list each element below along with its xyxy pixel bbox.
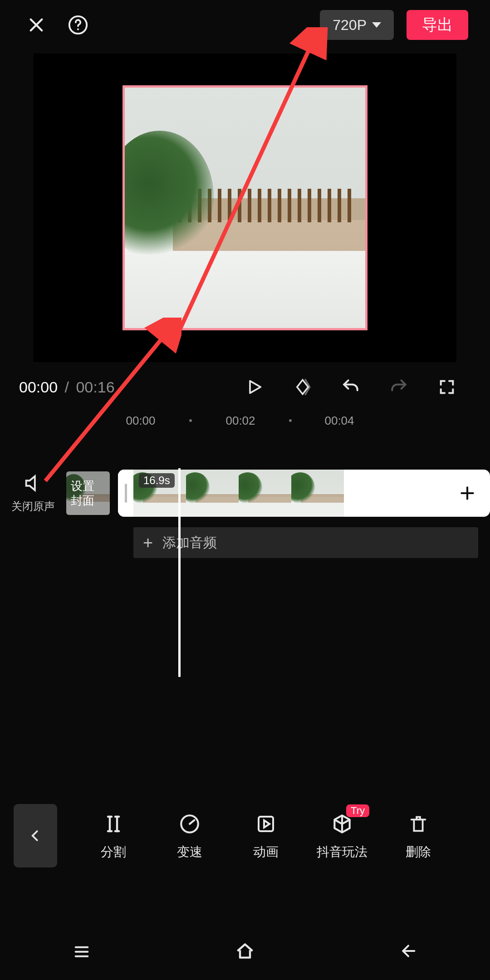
- tool-label: 删除: [380, 843, 456, 861]
- cover-label: 封面: [71, 493, 110, 508]
- annotation-arrow: [36, 318, 181, 490]
- resolution-label: 720P: [333, 17, 367, 34]
- plus-icon: +: [133, 533, 162, 553]
- tool-speed[interactable]: 变速: [152, 811, 228, 861]
- playhead[interactable]: [178, 468, 181, 677]
- speed-icon: [152, 811, 228, 837]
- add-clip-button[interactable]: [451, 477, 484, 510]
- play-button[interactable]: [237, 369, 272, 405]
- undo-button[interactable]: [333, 369, 368, 405]
- ruler-mark: 00:04: [324, 414, 354, 428]
- trash-icon: [380, 811, 456, 837]
- svg-marker-11: [264, 820, 270, 828]
- annotation-arrow: [150, 27, 331, 345]
- export-label: 导出: [422, 15, 453, 35]
- tool-split[interactable]: 分割: [75, 811, 152, 861]
- timeline[interactable]: 关闭原声 设置 封面 16.9s + 添加音频: [0, 468, 490, 677]
- tool-animation[interactable]: 动画: [228, 811, 304, 861]
- close-button[interactable]: [22, 10, 51, 39]
- svg-line-8: [45, 331, 168, 481]
- tool-douyin-effects[interactable]: Try 抖音玩法: [304, 811, 380, 861]
- toolbar-back-button[interactable]: [14, 804, 57, 867]
- ruler-mark: 00:02: [225, 414, 255, 428]
- edit-toolbar: 分割 变速 动画 Try 抖音玩法 删除: [0, 795, 490, 877]
- split-icon: [75, 811, 152, 837]
- ruler-dot: [189, 419, 192, 422]
- tool-delete[interactable]: 删除: [380, 811, 456, 861]
- svg-marker-4: [250, 381, 260, 393]
- ruler-dot: [289, 419, 292, 422]
- tool-label: 动画: [228, 843, 304, 861]
- system-navigation-bar: [0, 922, 490, 980]
- mute-label: 关闭原声: [0, 499, 66, 514]
- tool-label: 抖音玩法: [304, 843, 380, 861]
- fullscreen-button[interactable]: [429, 369, 465, 405]
- chevron-down-icon: [372, 22, 381, 28]
- nav-recents-button[interactable]: [54, 942, 109, 960]
- add-audio-button[interactable]: + 添加音频: [133, 527, 478, 558]
- nav-back-button[interactable]: [381, 942, 436, 960]
- animation-icon: [228, 811, 304, 837]
- help-button[interactable]: [64, 10, 93, 39]
- export-button[interactable]: 导出: [407, 10, 468, 40]
- try-badge: Try: [346, 804, 369, 817]
- svg-line-7: [177, 41, 313, 336]
- svg-point-3: [77, 28, 79, 30]
- redo-button[interactable]: [381, 369, 416, 405]
- nav-home-button[interactable]: [218, 941, 272, 961]
- keyframe-button[interactable]: [285, 369, 320, 405]
- add-audio-label: 添加音频: [162, 534, 217, 552]
- tool-label: 分割: [75, 843, 152, 861]
- tool-label: 变速: [152, 843, 228, 861]
